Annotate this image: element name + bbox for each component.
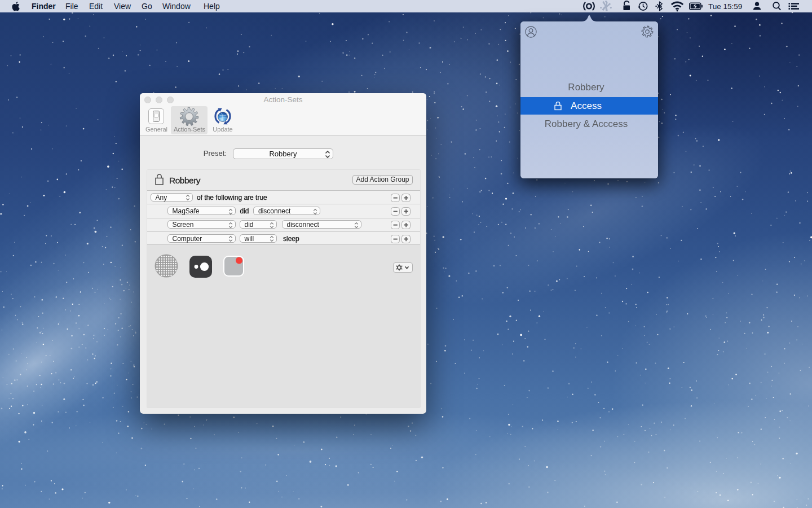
svg-text:Tue 15:59: Tue 15:59 [708,2,742,11]
